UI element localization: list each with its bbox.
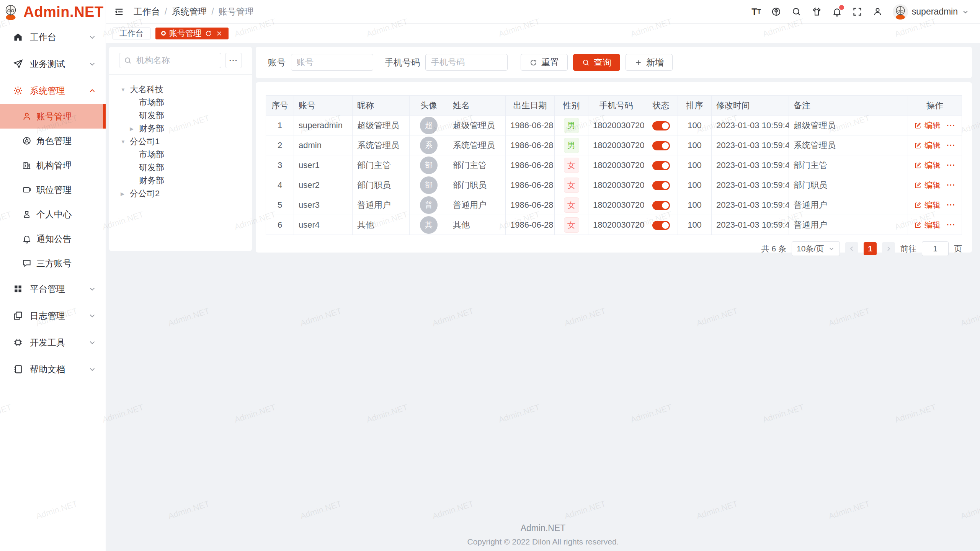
add-button[interactable]: 新增 (626, 54, 673, 71)
org-more-button[interactable]: ··· (225, 53, 242, 68)
row-more-button[interactable]: ··· (947, 141, 956, 149)
caret-down-icon[interactable] (121, 87, 130, 93)
font-size-icon[interactable]: TT (751, 7, 761, 16)
person-icon (22, 209, 32, 219)
gender-badge: 女 (564, 178, 579, 193)
caret-right-icon[interactable] (121, 191, 130, 197)
row-more-button[interactable]: ··· (947, 201, 956, 209)
profile-icon[interactable] (872, 7, 883, 17)
tree-node[interactable]: 分公司2 (109, 187, 252, 200)
sidebar-item-label: 系统管理 (30, 85, 65, 97)
sidebar-item-workbench[interactable]: 工作台 (0, 24, 106, 51)
sidebar-item-account-mgmt[interactable]: 账号管理 (0, 104, 106, 129)
tree-node[interactable]: 市场部 (109, 96, 252, 109)
breadcrumb-item[interactable]: 工作台 (134, 6, 160, 18)
status-toggle[interactable] (652, 201, 670, 210)
row-more-button[interactable]: ··· (947, 121, 956, 129)
col-phone: 手机号码 (588, 96, 644, 116)
sidebar-item-label: 帮助文档 (30, 364, 65, 375)
sidebar-item-devtools[interactable]: 开发工具 (0, 329, 106, 356)
sidebar-item-third-party[interactable]: 三方账号 (0, 251, 106, 276)
edit-button[interactable]: 编辑 (914, 180, 941, 191)
chevron-down-icon (88, 33, 96, 41)
phone-input[interactable] (425, 54, 508, 71)
search-button[interactable]: 查询 (573, 54, 620, 71)
row-more-button[interactable]: ··· (947, 181, 956, 189)
col-avatar: 头像 (410, 96, 448, 116)
tree-node[interactable]: 大名科技 (109, 83, 252, 96)
sidebar-item-role-mgmt[interactable]: 角色管理 (0, 129, 106, 153)
sidebar-item-label: 角色管理 (36, 135, 72, 147)
edit-button[interactable]: 编辑 (914, 200, 941, 210)
status-toggle[interactable] (652, 161, 670, 170)
search-icon[interactable] (791, 7, 802, 17)
sidebar-item-business-test[interactable]: 业务测试 (0, 51, 106, 77)
tree-node[interactable]: 市场部 (109, 148, 252, 161)
col-seq: 序号 (266, 96, 294, 116)
sidebar-item-notice[interactable]: 通知公告 (0, 227, 106, 251)
edit-button[interactable]: 编辑 (914, 140, 941, 151)
sidebar-item-platform[interactable]: 平台管理 (0, 276, 106, 302)
avatar: 部 (420, 156, 438, 174)
collapse-menu-icon[interactable] (114, 7, 124, 17)
refresh-icon (529, 59, 537, 67)
notification-bell-icon[interactable] (832, 7, 842, 17)
status-toggle[interactable] (652, 141, 670, 150)
edit-button[interactable]: 编辑 (914, 120, 941, 131)
breadcrumb-item[interactable]: 系统管理 (172, 6, 207, 18)
status-toggle[interactable] (652, 221, 670, 230)
edit-button[interactable]: 编辑 (914, 220, 941, 230)
fullscreen-icon[interactable] (852, 7, 862, 17)
user-menu[interactable]: superadmin (893, 4, 969, 20)
table-row: 5 user3 普通用户 普 普通用户 1986-06-28 女 1802003… (266, 195, 962, 215)
sidebar-item-system[interactable]: 系统管理 (0, 77, 106, 104)
tab-account-mgmt[interactable]: 账号管理 (155, 28, 229, 39)
row-more-button[interactable]: ··· (947, 161, 956, 169)
sidebar-item-personal-center[interactable]: 个人中心 (0, 202, 106, 227)
filter-bar: 账号 手机号码 重置 查询 新增 (256, 47, 972, 78)
page-footer: Admin.NET Copyright © 2022 Dilon All rig… (106, 523, 980, 546)
page-size-select[interactable]: 10条/页 (792, 241, 840, 256)
gender-badge: 女 (564, 197, 579, 213)
reset-button[interactable]: 重置 (521, 54, 568, 71)
status-toggle[interactable] (652, 121, 670, 130)
theme-shirt-icon[interactable] (812, 7, 822, 17)
org-search-input[interactable] (119, 53, 221, 68)
tab-workbench[interactable]: 工作台 (113, 28, 150, 39)
tree-node[interactable]: 财务部 (109, 174, 252, 187)
chevron-down-icon (88, 311, 96, 320)
col-name: 姓名 (448, 96, 506, 116)
goto-page-input[interactable] (922, 241, 949, 256)
account-input[interactable] (291, 54, 373, 71)
tree-node[interactable]: 分公司1 (109, 135, 252, 148)
status-toggle[interactable] (652, 181, 670, 190)
page-number-current[interactable]: 1 (864, 242, 877, 255)
prev-page-button[interactable] (845, 242, 858, 255)
chevron-down-icon (88, 365, 96, 373)
notification-badge (839, 5, 844, 10)
sidebar-item-org-mgmt[interactable]: 机构管理 (0, 153, 106, 178)
bell-icon (22, 234, 32, 244)
edit-button[interactable]: 编辑 (914, 160, 941, 171)
close-icon[interactable] (216, 30, 223, 37)
tree-node[interactable]: 财务部 (109, 122, 252, 135)
tree-node[interactable]: 研发部 (109, 109, 252, 122)
row-more-button[interactable]: ··· (947, 220, 956, 229)
language-icon[interactable] (771, 7, 781, 17)
tree-node[interactable]: 研发部 (109, 161, 252, 174)
col-status: 状态 (644, 96, 678, 116)
sidebar-item-label: 业务测试 (30, 58, 65, 70)
search-icon (582, 59, 590, 67)
gender-badge: 女 (564, 217, 579, 233)
refresh-icon[interactable] (205, 30, 212, 37)
next-page-button[interactable] (882, 242, 895, 255)
logo[interactable]: Admin.NET (0, 0, 106, 24)
sidebar-item-position-mgmt[interactable]: 职位管理 (0, 178, 106, 202)
caret-down-icon[interactable] (121, 139, 130, 145)
sidebar-item-label: 日志管理 (30, 310, 65, 322)
sidebar-item-help-docs[interactable]: 帮助文档 (0, 356, 106, 383)
sidebar-item-logs[interactable]: 日志管理 (0, 302, 106, 329)
caret-right-icon[interactable] (130, 126, 139, 132)
table-row: 1 superadmin 超级管理员 超 超级管理员 1986-06-28 男 … (266, 116, 962, 135)
main-content: ··· 大名科技 市场部 研发部 财务部 分公司1 市场部 研发部 财务部 分公… (106, 43, 980, 551)
